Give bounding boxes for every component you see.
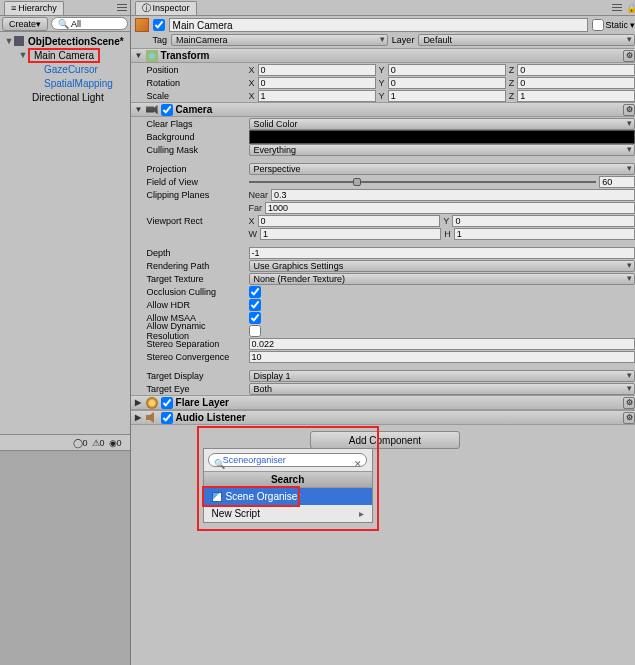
popup-item-scene-organiser[interactable]: Scene Organiser	[204, 488, 372, 505]
clear-flags-dropdown[interactable]: Solid Color	[249, 118, 635, 130]
viewport-h[interactable]	[454, 228, 635, 240]
add-component-popup: 🔍 ✕ Search Scene Organiser New Script▸	[203, 448, 373, 523]
transform-icon	[146, 50, 158, 62]
pos-y[interactable]	[388, 64, 506, 76]
far-field[interactable]	[265, 202, 635, 214]
viewport-y[interactable]	[452, 215, 635, 227]
hierarchy-tab[interactable]: ≡Hierarchy	[4, 1, 64, 15]
rot-x[interactable]	[258, 77, 376, 89]
projection-label: Projection	[135, 164, 245, 174]
audio-title: Audio Listener	[176, 412, 246, 423]
layer-dropdown[interactable]: Default	[418, 34, 635, 46]
viewport-w[interactable]	[260, 228, 441, 240]
dynres-label: Allow Dynamic Resolution	[135, 321, 245, 341]
clipping-label: Clipping Planes	[135, 190, 245, 200]
viewport-label: Viewport Rect	[135, 216, 245, 226]
component-settings[interactable]: ⚙	[623, 397, 635, 409]
stat-3: ◉ 0	[109, 438, 122, 448]
fov-field[interactable]	[599, 176, 635, 188]
stereo-conv-label: Stereo Convergence	[135, 352, 245, 362]
rendering-path-label: Rendering Path	[135, 261, 245, 271]
far-label: Far	[249, 203, 263, 213]
hierarchy-options[interactable]	[116, 2, 128, 14]
static-checkbox[interactable]	[592, 19, 604, 31]
component-settings[interactable]: ⚙	[623, 104, 635, 116]
inspector-options[interactable]	[611, 2, 623, 14]
background-color[interactable]	[249, 130, 635, 144]
rot-z[interactable]	[517, 77, 635, 89]
rot-y[interactable]	[388, 77, 506, 89]
gameobject-icon[interactable]	[135, 18, 149, 32]
pos-z[interactable]	[517, 64, 635, 76]
foldout-icon[interactable]: ▼	[18, 50, 28, 60]
search-icon: 🔍	[214, 459, 225, 469]
add-component-button[interactable]: Add Component	[310, 431, 460, 449]
camera-title: Camera	[176, 104, 213, 115]
foldout-icon[interactable]: ▼	[4, 36, 14, 46]
foldout-icon[interactable]: ▼	[135, 51, 143, 60]
scl-y[interactable]	[388, 90, 506, 102]
clear-flags-label: Clear Flags	[135, 119, 245, 129]
stat-2: ⚠ 0	[92, 438, 105, 448]
foldout-icon[interactable]: ▶	[135, 398, 143, 407]
project-panel	[0, 450, 130, 665]
culling-mask-label: Culling Mask	[135, 145, 245, 155]
scl-z[interactable]	[517, 90, 635, 102]
scene-item[interactable]: ObjDetectionScene*	[26, 36, 126, 47]
viewport-x[interactable]	[258, 215, 441, 227]
culling-mask-dropdown[interactable]: Everything	[249, 144, 635, 156]
near-label: Near	[249, 190, 269, 200]
popup-search-input[interactable]	[208, 453, 368, 467]
hierarchy-search[interactable]: 🔍All	[51, 17, 128, 30]
tag-dropdown[interactable]: MainCamera	[171, 34, 388, 46]
occlusion-label: Occlusion Culling	[135, 287, 245, 297]
occlusion-checkbox[interactable]	[249, 286, 261, 298]
layer-label: Layer	[392, 35, 415, 45]
rotation-label: Rotation	[135, 78, 245, 88]
target-texture-field[interactable]: None (Render Texture)	[249, 273, 635, 285]
flare-title: Flare Layer	[176, 397, 229, 408]
foldout-icon[interactable]: ▶	[135, 413, 143, 422]
pos-x[interactable]	[258, 64, 376, 76]
component-settings[interactable]: ⚙	[623, 412, 635, 424]
near-field[interactable]	[271, 189, 635, 201]
tree-main-camera[interactable]: Main Camera	[32, 50, 96, 61]
inspector-tab[interactable]: ⓘInspector	[135, 1, 197, 15]
camera-enabled[interactable]	[161, 104, 173, 116]
popup-item-new-script[interactable]: New Script▸	[204, 505, 372, 522]
dynres-checkbox[interactable]	[249, 325, 261, 337]
depth-label: Depth	[135, 248, 245, 258]
stereo-conv-field[interactable]	[249, 351, 635, 363]
fov-slider[interactable]	[249, 176, 597, 188]
popup-title: Search	[204, 471, 372, 488]
msaa-checkbox[interactable]	[249, 312, 261, 324]
stereo-sep-field[interactable]	[249, 338, 635, 350]
target-eye-label: Target Eye	[135, 384, 245, 394]
tag-label: Tag	[153, 35, 168, 45]
create-button[interactable]: Create ▾	[2, 17, 48, 31]
target-eye-dropdown[interactable]: Both	[249, 383, 635, 395]
clear-icon[interactable]: ✕	[354, 459, 362, 469]
gameobject-name[interactable]	[169, 18, 588, 32]
tree-directional-light[interactable]: Directional Light	[30, 92, 106, 103]
hdr-checkbox[interactable]	[249, 299, 261, 311]
scl-x[interactable]	[258, 90, 376, 102]
fov-label: Field of View	[135, 177, 245, 187]
foldout-icon[interactable]: ▼	[135, 105, 143, 114]
camera-icon	[146, 104, 158, 116]
script-icon	[212, 492, 222, 502]
chevron-right-icon: ▸	[359, 508, 364, 519]
tree-gaze-cursor[interactable]: GazeCursor	[42, 64, 100, 75]
background-label: Background	[135, 132, 245, 142]
gameobject-active[interactable]	[153, 19, 165, 31]
audio-enabled[interactable]	[161, 412, 173, 424]
flare-enabled[interactable]	[161, 397, 173, 409]
rendering-path-dropdown[interactable]: Use Graphics Settings	[249, 260, 635, 272]
tree-spatial-mapping[interactable]: SpatialMapping	[42, 78, 115, 89]
component-settings[interactable]: ⚙	[623, 50, 635, 62]
depth-field[interactable]	[249, 247, 635, 259]
projection-dropdown[interactable]: Perspective	[249, 163, 635, 175]
inspector-lock[interactable]: 🔒	[625, 2, 635, 14]
target-display-label: Target Display	[135, 371, 245, 381]
target-display-dropdown[interactable]: Display 1	[249, 370, 635, 382]
